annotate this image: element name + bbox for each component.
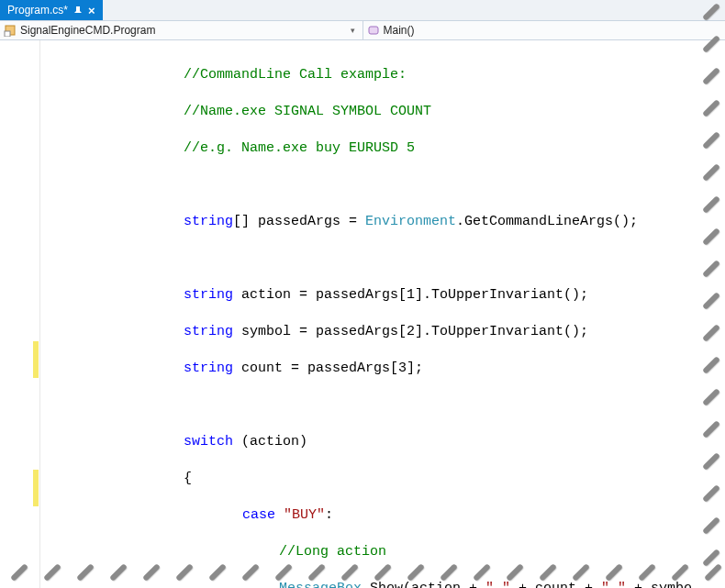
pin-icon[interactable] bbox=[73, 6, 83, 15]
code-editor[interactable]: //CommandLine Call example: //Name.exe S… bbox=[0, 40, 725, 588]
method-name: Main() bbox=[384, 24, 415, 37]
code-text: .Show(action + bbox=[362, 581, 485, 588]
code-string: " " bbox=[601, 581, 626, 588]
navigation-bar: SignalEngineCMD.Program ▾ Main() bbox=[0, 20, 725, 40]
editor-gutter bbox=[0, 40, 40, 588]
code-comment: //CommandLine Call example: bbox=[184, 67, 407, 83]
close-icon[interactable]: × bbox=[88, 5, 95, 17]
code-text: + count + bbox=[510, 581, 601, 588]
code-text: : bbox=[325, 507, 333, 523]
tab-title: Program.cs* bbox=[7, 4, 68, 17]
code-string: " " bbox=[485, 581, 510, 588]
code-text: + symbo bbox=[626, 581, 692, 588]
method-icon bbox=[367, 24, 380, 37]
code-keyword: string bbox=[184, 361, 233, 376]
class-dropdown[interactable]: SignalEngineCMD.Program ▾ bbox=[0, 21, 363, 39]
code-text: symbol = passedArgs[2].ToUpperInvariant(… bbox=[233, 324, 588, 339]
code-keyword: switch bbox=[184, 434, 233, 449]
code-type: MessageBox bbox=[279, 581, 362, 588]
code-text: (action) bbox=[233, 434, 307, 449]
svg-rect-2 bbox=[369, 27, 378, 34]
code-content[interactable]: //CommandLine Call example: //Name.exe S… bbox=[40, 40, 725, 588]
code-text: .GetCommandLineArgs(); bbox=[456, 214, 638, 229]
code-keyword: case bbox=[242, 507, 284, 523]
class-name: SignalEngineCMD.Program bbox=[20, 24, 155, 37]
code-text: [] passedArgs = bbox=[233, 214, 365, 229]
chevron-down-icon: ▾ bbox=[351, 26, 359, 35]
tab-bar: Program.cs* × bbox=[0, 0, 725, 20]
method-dropdown[interactable]: Main() bbox=[363, 21, 726, 39]
change-marker bbox=[33, 470, 39, 506]
code-keyword: string bbox=[184, 214, 233, 229]
change-marker bbox=[33, 341, 39, 378]
code-type: Environment bbox=[365, 214, 456, 229]
code-text: count = passedArgs[3]; bbox=[233, 361, 423, 376]
svg-rect-1 bbox=[5, 31, 10, 37]
code-comment: //e.g. Name.exe buy EURUSD 5 bbox=[184, 140, 415, 156]
code-keyword: string bbox=[184, 287, 233, 303]
code-text: { bbox=[184, 471, 192, 486]
code-string: "BUY" bbox=[284, 507, 325, 523]
code-text: action = passedArgs[1].ToUpperInvariant(… bbox=[233, 287, 588, 303]
code-comment: //Long action bbox=[279, 544, 386, 560]
class-icon bbox=[4, 24, 17, 37]
code-comment: //Name.exe SIGNAL SYMBOL COUNT bbox=[184, 104, 431, 119]
file-tab[interactable]: Program.cs* × bbox=[0, 0, 103, 20]
code-keyword: string bbox=[184, 324, 233, 339]
